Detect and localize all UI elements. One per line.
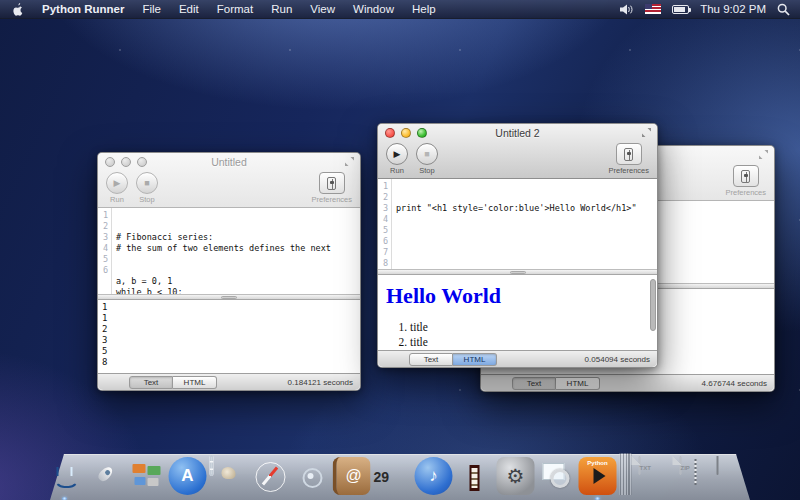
dock-item-mission-control[interactable] [128, 457, 166, 495]
html-tab[interactable]: HTML [173, 376, 217, 389]
txt-document-icon: TXT [639, 456, 641, 475]
title-bar[interactable]: Untitled [98, 153, 360, 171]
dock-item-ical[interactable]: 29 [374, 457, 412, 495]
preferences-label: Preferences [609, 166, 649, 175]
menu-file[interactable]: File [133, 0, 170, 19]
app-store-icon: A [169, 457, 207, 495]
text-tab[interactable]: Text [409, 353, 453, 366]
output-mode-segmented-control: Text HTML [129, 376, 217, 389]
zoom-button[interactable] [417, 128, 427, 138]
window-chrome: Untitled ▶ Run ■ Stop Preferences [98, 153, 360, 208]
output-pane[interactable]: 11 23 58 [98, 300, 360, 373]
code-text[interactable]: # Fibonacci series:# the sum of two elem… [112, 208, 360, 294]
text-tab[interactable]: Text [129, 376, 173, 389]
html-tab[interactable]: HTML [453, 353, 497, 366]
run-label: Run [110, 195, 124, 204]
run-label: Run [390, 166, 404, 175]
close-button[interactable] [105, 157, 115, 167]
dock-item-finder[interactable] [46, 457, 84, 495]
status-bar: Text HTML 4.676744 seconds [481, 374, 774, 391]
dock-item-address-book[interactable]: @ [333, 457, 371, 495]
dock-item-txt-document[interactable]: TXT [635, 457, 673, 495]
menu-help[interactable]: Help [403, 0, 445, 19]
zipper-icon [695, 459, 697, 485]
dock-item-photo-booth[interactable] [456, 457, 494, 495]
dock-item-launchpad[interactable] [87, 457, 125, 495]
toolbar: ▶ Run ■ Stop Preferences [378, 142, 657, 178]
html-output-list: title title title title title title [378, 321, 657, 350]
fullscreen-icon[interactable] [345, 157, 354, 166]
dock-item-system-preferences[interactable]: ⚙ [497, 457, 535, 495]
menu-bar-clock[interactable]: Thu 9:02 PM [700, 3, 766, 15]
zoom-button[interactable] [137, 157, 147, 167]
code-text[interactable]: print "<h1 style='color:blue'>Hello Worl… [392, 179, 657, 269]
stop-button[interactable]: ■ [136, 172, 158, 194]
app-menu-python-runner[interactable]: Python Runner [33, 0, 133, 19]
code-editor[interactable]: 12 34 56 # Fibonacci series:# the sum of… [98, 208, 360, 294]
run-icon: ▶ [114, 178, 121, 188]
execution-time: 0.054094 seconds [585, 355, 650, 364]
dock-item-preview[interactable] [538, 457, 576, 495]
fullscreen-icon[interactable] [642, 128, 651, 137]
spotlight-icon[interactable] [777, 3, 790, 16]
menu-window[interactable]: Window [344, 0, 403, 19]
apple-menu[interactable] [0, 3, 33, 16]
menu-run[interactable]: Run [262, 0, 301, 19]
toolbar: ▶ Run ■ Stop Preferences [98, 171, 360, 207]
dock-item-python-runner[interactable]: Python [579, 457, 617, 495]
window-untitled-2: Untitled 2 ▶ Run ■ Stop Preferences 12 3… [377, 123, 658, 368]
output-mode-segmented-control: Text HTML [409, 353, 497, 366]
input-language-flag-icon[interactable] [645, 4, 661, 14]
list-item: title [410, 336, 657, 348]
stop-button[interactable]: ■ [416, 143, 438, 165]
menu-edit[interactable]: Edit [170, 0, 208, 19]
battery-icon[interactable] [672, 5, 689, 14]
stop-icon: ■ [144, 178, 149, 188]
title-bar[interactable]: Untitled 2 [378, 124, 657, 142]
minimize-button[interactable] [401, 128, 411, 138]
menu-bar: Python Runner File Edit Format Run View … [0, 0, 800, 19]
dock-item-zip-archive[interactable]: ZIP [676, 457, 714, 495]
dock-item-mail[interactable] [210, 457, 248, 495]
preferences-button[interactable] [733, 165, 759, 187]
preferences-icon [624, 148, 633, 161]
preferences-icon [741, 170, 750, 183]
itunes-icon: ♪ [415, 457, 453, 495]
list-item: title [410, 321, 657, 333]
preferences-button[interactable] [616, 143, 642, 165]
mail-icon [210, 455, 214, 476]
stop-label: Stop [139, 195, 154, 204]
minimize-button[interactable] [121, 157, 131, 167]
text-tab[interactable]: Text [512, 377, 556, 390]
fullscreen-icon[interactable] [759, 150, 768, 159]
volume-icon[interactable] [620, 4, 634, 15]
dock-item-itunes[interactable]: ♪ [415, 457, 453, 495]
html-tab[interactable]: HTML [556, 377, 600, 390]
trash-icon [717, 456, 719, 475]
status-bar: Text HTML 0.054094 seconds [378, 350, 657, 367]
output-pane[interactable]: Hello World title title title title titl… [378, 275, 657, 350]
output-mode-segmented-control: Text HTML [512, 377, 600, 390]
scrollbar-thumb[interactable] [650, 279, 656, 331]
dock-separator [620, 453, 632, 495]
menu-view[interactable]: View [301, 0, 344, 19]
python-runner-label: Python [579, 460, 617, 466]
dock-item-trash[interactable] [717, 457, 755, 495]
menu-format[interactable]: Format [208, 0, 262, 19]
zip-archive-icon: ZIP [680, 456, 682, 475]
code-editor[interactable]: 12 34 56 78 print "<h1 style='color:blue… [378, 179, 657, 269]
splitter-grip-icon [221, 296, 237, 299]
line-number-gutter: 12 34 56 [98, 208, 112, 294]
window-chrome: Untitled 2 ▶ Run ■ Stop Preferences [378, 124, 657, 179]
dock-item-safari[interactable] [251, 457, 289, 495]
run-button[interactable]: ▶ [106, 172, 128, 194]
close-button[interactable] [385, 128, 395, 138]
text-output: 11 23 58 [98, 300, 360, 370]
dock-item-app-store[interactable]: A [169, 457, 207, 495]
python-runner-icon: Python [579, 457, 617, 495]
dock: A @ 29 ♪ ⚙ Python [0, 450, 800, 500]
stop-icon: ■ [424, 149, 429, 159]
run-button[interactable]: ▶ [386, 143, 408, 165]
dock-item-facetime[interactable] [292, 457, 330, 495]
preferences-button[interactable] [319, 172, 345, 194]
